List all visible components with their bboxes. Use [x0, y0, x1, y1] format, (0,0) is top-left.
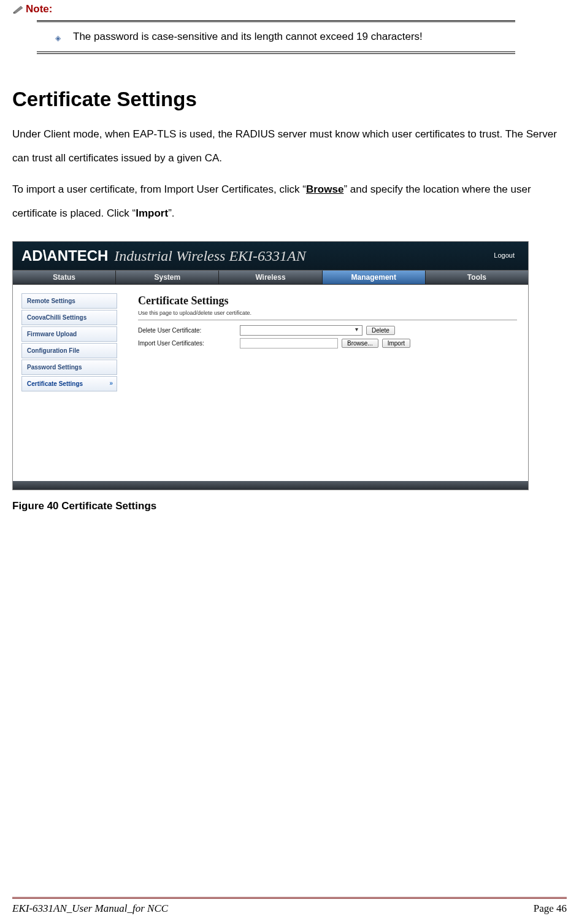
navbar: Status System Wireless Management Tools: [13, 270, 528, 285]
product-title: Industrial Wireless EKI-6331AN: [114, 248, 305, 264]
paragraph-2: To import a user certificate, from Impor…: [12, 177, 567, 225]
browse-button[interactable]: Browse...: [342, 339, 378, 348]
p2-text-a: To import a user certificate, from Impor…: [12, 183, 306, 195]
delete-button[interactable]: Delete: [366, 326, 395, 335]
figure-caption: Figure 40 Certificate Settings: [12, 500, 567, 512]
footer-doc-title: EKI-6331AN_User Manual_for NCC: [12, 903, 168, 915]
import-button[interactable]: Import: [382, 339, 410, 348]
chevron-right-icon: »: [109, 380, 113, 387]
row-delete-cert: Delete User Certificate: Delete: [138, 325, 517, 336]
label-delete-cert: Delete User Certificate:: [138, 327, 236, 334]
nav-management[interactable]: Management: [323, 271, 426, 284]
note-header: Note:: [12, 3, 567, 15]
pencil-icon: [12, 5, 25, 13]
content-panel: Certificate Settings Use this page to up…: [127, 285, 528, 481]
note-box: ◈ The password is case-sensitive and its…: [37, 20, 515, 54]
content-subtitle: Use this page to upload/delete user cert…: [138, 310, 517, 320]
nav-wireless[interactable]: Wireless: [219, 271, 322, 284]
file-input-cert[interactable]: [240, 338, 338, 348]
p2-bold-import: Import: [136, 207, 168, 219]
nav-status[interactable]: Status: [13, 271, 116, 284]
sidebar-item-remote[interactable]: Remote Settings: [21, 293, 117, 309]
footer-page-num: Page 46: [534, 903, 567, 915]
label-import-cert: Import User Certificates:: [138, 340, 236, 347]
figure-screenshot: AD\ANTECH Industrial Wireless EKI-6331AN…: [12, 241, 529, 490]
note-text: The password is case-sensitive and its l…: [73, 31, 423, 43]
note-label: Note:: [26, 3, 52, 15]
p2-bold-browse: Browse: [306, 183, 343, 195]
p2-text-c: ”.: [168, 207, 174, 219]
nav-tools[interactable]: Tools: [426, 271, 528, 284]
logo-text: AD\ANTECH: [21, 247, 108, 264]
shot-footer: [13, 481, 528, 490]
section-heading: Certificate Settings: [12, 88, 567, 111]
bullet-icon: ◈: [55, 34, 61, 42]
shot-header: AD\ANTECH Industrial Wireless EKI-6331AN…: [13, 242, 528, 270]
sidebar: Remote Settings CoovaChilli Settings Fir…: [13, 285, 127, 481]
select-delete-cert[interactable]: [240, 325, 362, 336]
sidebar-item-password[interactable]: Password Settings: [21, 360, 117, 375]
sidebar-item-coova[interactable]: CoovaChilli Settings: [21, 310, 117, 325]
logout-link[interactable]: Logout: [494, 252, 515, 259]
sidebar-item-certificate[interactable]: Certificate Settings »: [21, 376, 117, 391]
row-import-cert: Import User Certificates: Browse... Impo…: [138, 338, 517, 348]
svg-marker-0: [13, 6, 23, 13]
nav-system[interactable]: System: [116, 271, 219, 284]
content-title: Certificate Settings: [138, 295, 517, 307]
sidebar-item-label: Certificate Settings: [27, 380, 83, 387]
paragraph-1: Under Client mode, when EAP-TLS is used,…: [12, 122, 567, 170]
sidebar-item-firmware[interactable]: Firmware Upload: [21, 326, 117, 342]
page-footer: EKI-6331AN_User Manual_for NCC Page 46: [12, 897, 567, 915]
sidebar-item-config[interactable]: Configuration File: [21, 343, 117, 358]
